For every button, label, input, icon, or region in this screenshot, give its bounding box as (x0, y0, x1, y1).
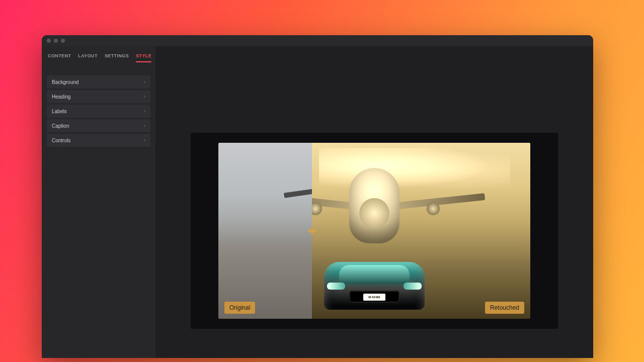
after-side: M 63483 (312, 143, 530, 319)
sidebar: CONTENT LAYOUT SETTINGS STYLE Background… (42, 46, 155, 358)
accordion-item-caption[interactable]: Caption › (47, 119, 150, 132)
chevron-right-icon: › (144, 138, 145, 143)
license-plate: M 63483 (363, 294, 385, 301)
before-side (218, 143, 312, 319)
chevron-right-icon: › (144, 79, 145, 84)
accordion-item-background[interactable]: Background › (47, 75, 150, 88)
before-after-slider[interactable]: M 63483 Original Retouched (218, 143, 530, 319)
before-image (218, 143, 312, 319)
chevron-right-icon: › (144, 109, 145, 114)
preview-area: M 63483 Original Retouched (155, 46, 593, 358)
sidebar-tabs: CONTENT LAYOUT SETTINGS STYLE (42, 46, 155, 65)
app-window: CONTENT LAYOUT SETTINGS STYLE Background… (42, 35, 593, 358)
traffic-light-minimize[interactable] (54, 39, 58, 43)
style-accordion: Background › Heading › Labels › Caption … (42, 65, 155, 147)
accordion-item-labels[interactable]: Labels › (47, 105, 150, 118)
after-label: Retouched (485, 302, 524, 314)
accordion-label: Caption (52, 123, 69, 129)
preview-canvas: M 63483 Original Retouched (191, 133, 558, 329)
traffic-light-close[interactable] (47, 39, 51, 43)
tab-settings[interactable]: SETTINGS (105, 53, 129, 61)
chevron-right-icon: › (144, 123, 145, 128)
tab-content[interactable]: CONTENT (48, 53, 71, 61)
chevron-right-icon: › (144, 94, 145, 99)
accordion-label: Background (52, 79, 78, 85)
window-titlebar (42, 35, 593, 46)
accordion-item-heading[interactable]: Heading › (47, 90, 150, 103)
accordion-label: Labels (52, 109, 66, 114)
page-background: CONTENT LAYOUT SETTINGS STYLE Background… (0, 0, 644, 362)
slider-handle[interactable] (305, 224, 319, 238)
app-body: CONTENT LAYOUT SETTINGS STYLE Background… (42, 46, 593, 358)
tab-style[interactable]: STYLE (136, 53, 151, 61)
arrow-left-icon (308, 228, 311, 234)
accordion-item-controls[interactable]: Controls › (47, 134, 150, 147)
accordion-label: Controls (52, 138, 70, 143)
accordion-label: Heading (52, 94, 70, 100)
before-label: Original (224, 302, 255, 314)
after-image: M 63483 (312, 143, 530, 319)
arrow-right-icon (312, 228, 316, 234)
traffic-light-zoom[interactable] (61, 39, 65, 43)
tab-layout[interactable]: LAYOUT (78, 53, 98, 61)
